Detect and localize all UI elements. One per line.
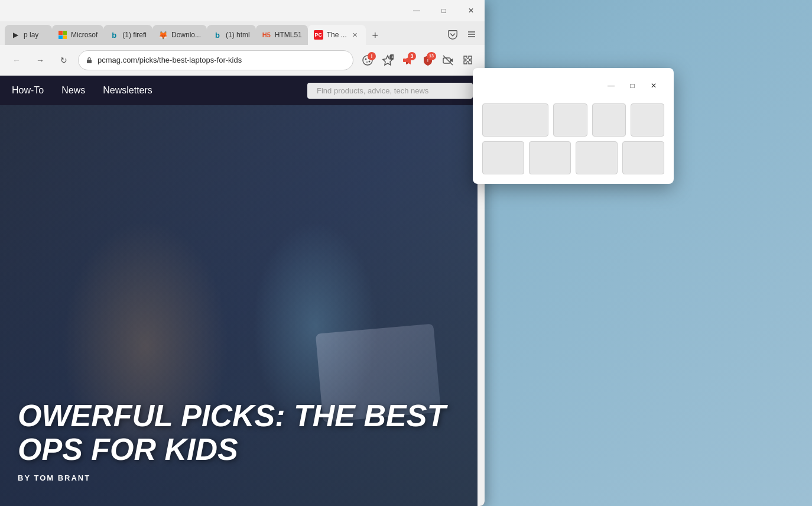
- svg-rect-3: [87, 60, 92, 63]
- tab-title-html-bing: (1) html: [226, 31, 250, 39]
- tab-favicon-html5: H5: [262, 30, 271, 40]
- snap-cell-1-4[interactable]: [631, 103, 664, 137]
- site-nav: How-To News Newsletters Find products, a…: [0, 76, 485, 105]
- tab-html5[interactable]: H5 HTML51: [256, 25, 308, 45]
- tab-favicon-microsoft: [58, 30, 67, 40]
- tab-title-microsoft: Microsof: [71, 31, 98, 39]
- tab-pcmag[interactable]: PC The ... ✕: [308, 25, 366, 45]
- megaphone-icon[interactable]: 3: [398, 51, 417, 70]
- title-bar: — □ ✕: [0, 0, 485, 21]
- svg-rect-12: [403, 59, 406, 62]
- no-camera-icon[interactable]: [439, 51, 457, 70]
- snap-minimize-button[interactable]: —: [600, 77, 622, 94]
- shield-icon[interactable]: ! 13: [418, 51, 437, 70]
- cookie-badge: !: [368, 52, 376, 60]
- star-icon[interactable]: +: [378, 51, 397, 70]
- toolbar-icons: ! + 3: [358, 51, 478, 70]
- tab-bar: ▶ p lay Microsof b (1) firefi 🦊 Downlo.: [0, 21, 485, 45]
- snap-cell-2-1[interactable]: [482, 141, 524, 174]
- megaphone-badge: 3: [408, 52, 416, 60]
- tab-favicon-play: ▶: [11, 30, 20, 40]
- svg-text:+: +: [391, 55, 394, 59]
- tab-microsoft[interactable]: Microsof: [52, 25, 103, 45]
- nav-item-howto[interactable]: How-To: [12, 85, 44, 96]
- snap-cell-1-2[interactable]: [553, 103, 587, 137]
- puzzle-icon[interactable]: [459, 51, 478, 70]
- hero-title-line1: OWERFUL PICKS: THE BEST: [18, 399, 467, 433]
- close-button[interactable]: ✕: [457, 0, 485, 21]
- hero-author: BY TOM BRANT: [18, 473, 467, 482]
- snap-cell-1-1[interactable]: [482, 103, 548, 137]
- tab-bar-right: [444, 26, 480, 45]
- snap-cell-2-3[interactable]: [576, 141, 618, 174]
- snap-titlebar: — □ ✕: [482, 77, 664, 94]
- tab-favicon-bing1: b: [109, 30, 119, 40]
- snap-row-2: [482, 141, 664, 174]
- snap-layout-grid: [482, 103, 664, 174]
- tab-favicon-pcmag: PC: [314, 30, 323, 40]
- snap-cell-2-2[interactable]: [529, 141, 571, 174]
- maximize-button[interactable]: □: [430, 0, 457, 21]
- tab-title-pcmag: The ...: [327, 31, 347, 39]
- content-area: How-To News Newsletters Find products, a…: [0, 76, 485, 506]
- svg-point-7: [366, 61, 368, 63]
- address-bar: ← → ↻ pcmag.com/picks/the-best-laptops-f…: [0, 45, 485, 76]
- browser-window-main: — □ ✕ ▶ p lay Microsof b: [0, 0, 485, 506]
- back-button[interactable]: ←: [7, 51, 26, 70]
- tab-favicon-firefox: 🦊: [158, 30, 168, 40]
- tab-html-bing[interactable]: b (1) html: [207, 25, 256, 45]
- tab-title-download: Downlo...: [171, 31, 201, 39]
- tab-title-html5: HTML51: [275, 31, 302, 39]
- url-bar[interactable]: pcmag.com/picks/the-best-laptops-for-kid…: [78, 50, 353, 70]
- nav-item-news[interactable]: News: [61, 85, 85, 96]
- tab-title-play: p lay: [24, 31, 38, 39]
- snap-layout-window: — □ ✕: [473, 68, 674, 184]
- tab-download[interactable]: 🦊 Downlo...: [152, 25, 207, 45]
- url-text: pcmag.com/picks/the-best-laptops-for-kid…: [98, 56, 242, 64]
- cookie-icon[interactable]: !: [358, 51, 377, 70]
- tab-bing1[interactable]: b (1) firefi: [103, 25, 152, 45]
- hero-title: OWERFUL PICKS: THE BEST OPS FOR KIDS: [18, 399, 467, 466]
- tab-close-pcmag[interactable]: ✕: [350, 30, 360, 40]
- snap-maximize-button[interactable]: □: [622, 77, 643, 94]
- svg-point-8: [369, 60, 371, 62]
- shield-badge: 13: [427, 52, 436, 60]
- nav-item-newsletters[interactable]: Newsletters: [103, 85, 152, 96]
- hero-title-line2: OPS FOR KIDS: [18, 433, 467, 466]
- menu-icon[interactable]: [463, 26, 480, 43]
- snap-cell-2-4[interactable]: [622, 141, 664, 174]
- minimize-button[interactable]: —: [403, 0, 430, 21]
- title-bar-controls: — □ ✕: [403, 0, 485, 21]
- search-bar[interactable]: Find products, advice, tech news: [307, 83, 473, 99]
- new-tab-button[interactable]: +: [366, 26, 385, 45]
- snap-row-1: [482, 103, 664, 137]
- hero-section: OWERFUL PICKS: THE BEST OPS FOR KIDS BY …: [0, 105, 485, 506]
- tab-favicon-bing2: b: [213, 30, 222, 40]
- forward-button[interactable]: →: [31, 51, 50, 70]
- tab-title-bing1: (1) firefi: [122, 31, 147, 39]
- snap-cell-1-3[interactable]: [592, 103, 626, 137]
- pocket-icon[interactable]: [444, 26, 461, 43]
- tab-play[interactable]: ▶ p lay: [5, 25, 52, 45]
- refresh-button[interactable]: ↻: [54, 51, 73, 70]
- svg-point-5: [365, 58, 367, 60]
- lock-icon: [86, 57, 93, 64]
- snap-close-button[interactable]: ✕: [643, 77, 664, 94]
